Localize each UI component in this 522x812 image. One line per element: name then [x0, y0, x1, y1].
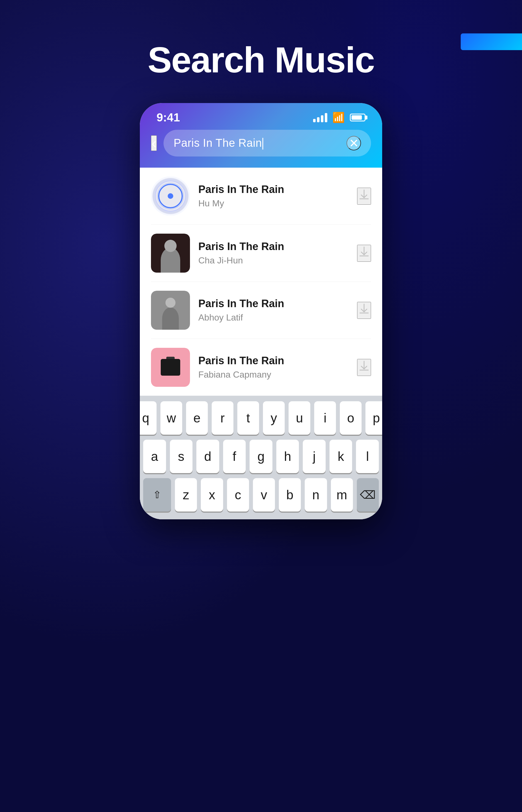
key-y[interactable]: y	[263, 401, 285, 435]
status-bar: 9:41 📶	[140, 103, 382, 130]
result-item[interactable]: Paris In The Rain Hu My	[151, 168, 371, 225]
result-title: Paris In The Rain	[198, 298, 349, 310]
result-info: Paris In The Rain Hu My	[198, 184, 349, 209]
wifi-icon: 📶	[332, 112, 345, 123]
result-thumbnail	[151, 291, 190, 330]
search-query: Paris In The Rain	[174, 137, 263, 149]
result-title: Paris In The Rain	[198, 355, 349, 367]
result-thumbnail	[151, 176, 190, 215]
result-artist: Hu My	[198, 198, 349, 209]
key-x[interactable]: x	[201, 478, 223, 512]
key-o[interactable]: o	[340, 401, 362, 435]
key-i[interactable]: i	[314, 401, 336, 435]
key-j[interactable]: j	[303, 440, 326, 473]
key-a[interactable]: a	[143, 440, 166, 473]
result-thumbnail	[151, 234, 190, 273]
key-t[interactable]: t	[237, 401, 259, 435]
key-l[interactable]: l	[356, 440, 379, 473]
result-item[interactable]: Paris In The Rain Abhoy Latif	[151, 282, 371, 339]
search-row: ‹ Paris In The Rain ✕	[140, 130, 382, 157]
keyboard-row-3: ⇧ z x c v b n m ⌫	[143, 478, 379, 512]
key-s[interactable]: s	[170, 440, 193, 473]
key-n[interactable]: n	[305, 478, 327, 512]
key-k[interactable]: k	[329, 440, 353, 473]
results-list: Paris In The Rain Hu My Paris In The Rai…	[140, 168, 382, 396]
key-h[interactable]: h	[276, 440, 299, 473]
back-button[interactable]: ‹	[151, 136, 157, 151]
keyboard-row-2: a s d f g h j k l	[143, 440, 379, 473]
accent-bar	[461, 34, 522, 50]
result-artist: Abhoy Latif	[198, 312, 349, 323]
download-button[interactable]	[357, 302, 371, 319]
key-b[interactable]: b	[279, 478, 301, 512]
phone-header: 9:41 📶 ‹ Paris In The Rain ✕	[140, 103, 382, 168]
vinyl-thumbnail	[153, 178, 188, 214]
phone-mockup: 9:41 📶 ‹ Paris In The Rain ✕	[140, 103, 382, 519]
download-button[interactable]	[357, 188, 371, 205]
key-g[interactable]: g	[249, 440, 273, 473]
gray-thumbnail	[151, 291, 190, 330]
backspace-key[interactable]: ⌫	[357, 478, 379, 512]
result-info: Paris In The Rain Abhoy Latif	[198, 298, 349, 323]
key-p[interactable]: p	[365, 401, 382, 435]
page-title: Search Music	[148, 39, 374, 81]
key-r[interactable]: r	[212, 401, 234, 435]
key-c[interactable]: c	[227, 478, 249, 512]
pink-thumbnail	[151, 348, 190, 387]
signal-icon	[313, 113, 327, 122]
search-bar[interactable]: Paris In The Rain ✕	[163, 130, 371, 157]
battery-icon	[350, 113, 365, 121]
key-z[interactable]: z	[175, 478, 197, 512]
result-thumbnail	[151, 348, 190, 387]
result-title: Paris In The Rain	[198, 241, 349, 253]
key-w[interactable]: w	[160, 401, 182, 435]
download-button[interactable]	[357, 359, 371, 376]
keyboard: q w e r t y u i o p a s d f g h j k l ⇧ …	[140, 396, 382, 519]
result-info: Paris In The Rain Cha Ji-Hun	[198, 241, 349, 266]
key-u[interactable]: u	[288, 401, 310, 435]
key-v[interactable]: v	[253, 478, 275, 512]
shift-key[interactable]: ⇧	[143, 478, 171, 512]
result-artist: Fabiana Capmany	[198, 370, 349, 380]
result-info: Paris In The Rain Fabiana Capmany	[198, 355, 349, 380]
key-f[interactable]: f	[223, 440, 246, 473]
result-title: Paris In The Rain	[198, 184, 349, 195]
key-q[interactable]: q	[140, 401, 157, 435]
key-e[interactable]: e	[186, 401, 208, 435]
key-m[interactable]: m	[331, 478, 353, 512]
download-button[interactable]	[357, 245, 371, 262]
key-d[interactable]: d	[196, 440, 219, 473]
dark-thumbnail	[151, 234, 190, 273]
result-item[interactable]: Paris In The Rain Cha Ji-Hun	[151, 225, 371, 282]
result-artist: Cha Ji-Hun	[198, 255, 349, 266]
clear-button[interactable]: ✕	[346, 136, 361, 150]
status-time: 9:41	[157, 111, 180, 124]
status-icons: 📶	[313, 112, 365, 123]
result-item[interactable]: Paris In The Rain Fabiana Capmany	[151, 339, 371, 396]
keyboard-row-1: q w e r t y u i o p	[143, 401, 379, 435]
